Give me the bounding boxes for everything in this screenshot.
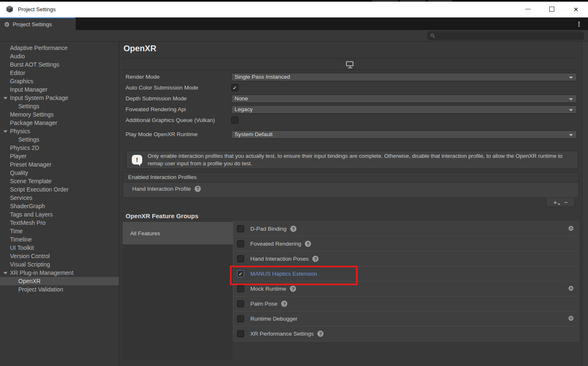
- minimize-button[interactable]: [516, 1, 540, 17]
- help-icon[interactable]: ?: [305, 241, 311, 247]
- tab-label: Project Settings: [12, 21, 52, 27]
- sidebar-item-package-manager[interactable]: Package Manager: [0, 119, 119, 127]
- close-button[interactable]: ✕: [564, 1, 588, 17]
- feature-row-foveated-rendering[interactable]: Foveated Rendering?: [233, 237, 578, 251]
- feature-group-item-all-features[interactable]: All Features: [123, 222, 233, 244]
- feature-row-xr-performance-settings[interactable]: XR Performance Settings?: [233, 326, 578, 341]
- dropdown-foveated-rendering-api[interactable]: Legacy: [231, 105, 577, 114]
- feature-row-manus-haptics-extension[interactable]: ✓MANUS Haptics Extension: [233, 266, 578, 281]
- sidebar-item-tags-and-layers[interactable]: Tags and Layers: [0, 210, 119, 219]
- sidebar-item-time[interactable]: Time: [0, 227, 119, 235]
- sidebar-list: Adaptive PerformanceAudioBurst AOT Setti…: [0, 44, 119, 294]
- sidebar-item-preset-manager[interactable]: Preset Manager: [0, 160, 119, 169]
- feature-checkbox[interactable]: ✓: [237, 270, 244, 277]
- setting-label: Depth Submission Mode: [126, 95, 231, 102]
- sidebar-item-textmesh-pro[interactable]: TextMesh Pro: [0, 219, 119, 227]
- search-box[interactable]: [427, 32, 584, 40]
- sidebar-item-input-system-package[interactable]: Input System Package: [0, 94, 119, 102]
- feature-row-mock-runtime[interactable]: Mock Runtime?⚙: [233, 281, 578, 296]
- help-icon[interactable]: ?: [317, 331, 324, 337]
- sidebar-item-openxr[interactable]: OpenXR: [0, 277, 119, 285]
- sidebar-item-label: Settings: [18, 136, 40, 143]
- interaction-profile-row[interactable]: Hand Interaction Profile?: [123, 182, 578, 195]
- sidebar-item-graphics[interactable]: Graphics: [0, 77, 119, 85]
- feature-label: D-Pad Binding: [250, 226, 287, 232]
- background-window-tab: [372, 0, 398, 2]
- settings-rows: Render ModeSingle Pass InstancedAuto Col…: [126, 72, 577, 141]
- checkbox-additional-graphics-queue-vulkan-[interactable]: [231, 117, 238, 124]
- feature-checkbox[interactable]: [237, 255, 244, 262]
- kebab-menu-icon[interactable]: ⋮: [576, 21, 582, 27]
- sidebar-item-settings[interactable]: Settings: [0, 102, 119, 110]
- feature-checkbox[interactable]: [237, 300, 244, 307]
- feature-row-hand-interaction-poses[interactable]: Hand Interaction Poses?: [233, 251, 578, 266]
- remove-profile-button[interactable]: −: [564, 199, 568, 205]
- sidebar-item-settings[interactable]: Settings: [0, 135, 119, 144]
- feature-row-runtime-debugger[interactable]: Runtime Debugger⚙: [233, 311, 578, 326]
- foldout-triangle-icon[interactable]: [3, 272, 7, 274]
- feature-label: Foveated Rendering: [250, 241, 301, 247]
- sidebar-item-label: OpenXR: [18, 278, 41, 284]
- sidebar-item-shadergraph[interactable]: ShaderGraph: [0, 202, 119, 210]
- sidebar-item-xr-plug-in-management[interactable]: XR Plug-in Management: [0, 269, 119, 277]
- sidebar-item-audio[interactable]: Audio: [0, 52, 119, 60]
- add-profile-button[interactable]: +: [553, 199, 557, 205]
- sidebar-item-timeline[interactable]: Timeline: [0, 235, 119, 244]
- feature-checkbox[interactable]: [237, 225, 244, 232]
- feature-row-palm-pose[interactable]: Palm Pose?: [233, 296, 578, 311]
- settings-toolbar: [0, 30, 588, 42]
- sidebar-item-physics-2d[interactable]: Physics 2D: [0, 144, 119, 152]
- search-input[interactable]: [435, 32, 583, 40]
- help-icon[interactable]: ?: [290, 286, 296, 292]
- sidebar-item-services[interactable]: Services: [0, 194, 119, 202]
- dropdown-render-mode[interactable]: Single Pass Instanced: [231, 73, 577, 81]
- sidebar-item-scene-template[interactable]: Scene Template: [0, 177, 119, 185]
- maximize-button[interactable]: [540, 1, 564, 17]
- tab-project-settings[interactable]: ⚙ Project Settings: [0, 17, 76, 30]
- dropdown-depth-submission-mode[interactable]: None: [231, 95, 577, 103]
- setting-row: Auto Color Submission Mode✓: [126, 83, 577, 92]
- gear-icon[interactable]: ⚙: [568, 315, 574, 322]
- sidebar-item-input-manager[interactable]: Input Manager: [0, 85, 119, 94]
- sidebar-item-burst-aot-settings[interactable]: Burst AOT Settings: [0, 60, 119, 69]
- feature-checkbox[interactable]: [237, 240, 244, 247]
- sidebar-item-ui-toolkit[interactable]: UI Toolkit: [0, 244, 119, 252]
- help-icon[interactable]: ?: [281, 301, 287, 307]
- info-icon: !: [132, 155, 142, 165]
- help-icon[interactable]: ?: [195, 186, 201, 192]
- checkbox-auto-color-submission-mode[interactable]: ✓: [231, 84, 238, 91]
- help-icon[interactable]: ?: [290, 226, 296, 232]
- sidebar-item-quality[interactable]: Quality: [0, 169, 119, 177]
- sidebar-item-editor[interactable]: Editor: [0, 69, 119, 77]
- sidebar-item-visual-scripting[interactable]: Visual Scripting: [0, 260, 119, 269]
- gear-icon[interactable]: ⚙: [568, 225, 574, 232]
- feature-checkbox[interactable]: [237, 330, 244, 337]
- sidebar-item-label: Quality: [10, 169, 28, 176]
- sidebar-item-player[interactable]: Player: [0, 152, 119, 160]
- feature-label: Hand Interaction Poses: [250, 256, 309, 262]
- sidebar-item-adaptive-performance[interactable]: Adaptive Performance: [0, 44, 119, 52]
- sidebar-item-project-validation[interactable]: Project Validation: [0, 285, 119, 294]
- sidebar-item-version-control[interactable]: Version Control: [0, 252, 119, 260]
- sidebar-item-label: Time: [10, 228, 23, 234]
- dropdown-value: System Default: [235, 131, 273, 137]
- window-titlebar: Project Settings ✕: [0, 1, 588, 17]
- sidebar-item-script-execution-order[interactable]: Script Execution Order: [0, 185, 119, 194]
- setting-row: Render ModeSingle Pass Instanced: [126, 72, 577, 81]
- foldout-triangle-icon[interactable]: [3, 130, 7, 133]
- foldout-triangle-icon[interactable]: [3, 97, 7, 100]
- feature-label: Runtime Debugger: [250, 316, 297, 322]
- setting-label: Additional Graphics Queue (Vulkan): [126, 117, 231, 123]
- sidebar-item-memory-settings[interactable]: Memory Settings: [0, 110, 119, 119]
- dropdown-play-mode-openxr-runtime[interactable]: System Default: [231, 130, 577, 139]
- scrollbar-track[interactable]: [582, 42, 588, 366]
- help-icon[interactable]: ?: [312, 256, 319, 262]
- dropdown-value: None: [235, 95, 248, 102]
- feature-checkbox[interactable]: [237, 315, 244, 322]
- feature-checkbox[interactable]: [237, 285, 244, 292]
- feature-row-d-pad-binding[interactable]: D-Pad Binding?⚙: [233, 222, 578, 237]
- gear-icon: ⚙: [4, 21, 10, 27]
- gear-icon[interactable]: ⚙: [568, 285, 574, 292]
- sidebar-item-physics[interactable]: Physics: [0, 127, 119, 135]
- standalone-platform-icon[interactable]: [346, 61, 354, 68]
